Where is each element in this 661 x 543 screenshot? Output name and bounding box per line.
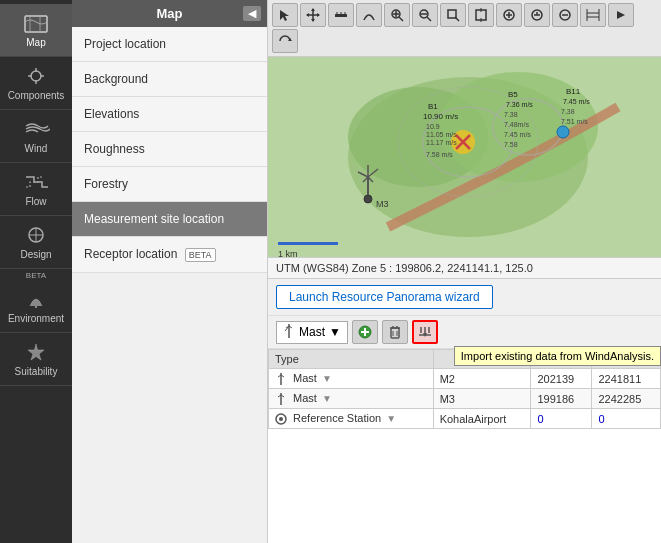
sidebar-item-suitability-label: Suitability	[15, 366, 58, 377]
map-area[interactable]: M3 B1 10.90 m/s 10.9 11.05 m/s 11.17 m/s…	[268, 57, 661, 257]
table-row[interactable]: Mast ▼ M2 202139 2241811	[269, 369, 661, 389]
nav-background[interactable]: Background	[72, 62, 267, 97]
sidebar-item-map[interactable]: Map	[0, 4, 72, 57]
sidebar-item-flow[interactable]: Flow	[0, 163, 72, 216]
nav-project-location-label: Project location	[84, 37, 166, 51]
row2-col4: 2242285	[592, 389, 661, 409]
draw-tool-button[interactable]	[356, 3, 382, 27]
sidebar: Map Components Wind Flow	[0, 0, 72, 543]
svg-text:7.58 m/s: 7.58 m/s	[426, 151, 453, 158]
zoom-box-icon	[446, 8, 460, 22]
zoom-in-icon	[390, 8, 404, 22]
grid-button[interactable]	[580, 3, 606, 27]
row1-dropdown-arrow: ▼	[322, 373, 332, 384]
row2-type-label: Mast	[293, 392, 317, 404]
svg-rect-16	[335, 14, 347, 17]
map-svg: M3 B1 10.90 m/s 10.9 11.05 m/s 11.17 m/s…	[268, 57, 661, 257]
zoom-fit-icon	[474, 8, 488, 22]
map-toolbar	[268, 0, 661, 57]
add-layer-button[interactable]	[496, 3, 522, 27]
svg-text:7.58: 7.58	[504, 141, 518, 148]
middle-header-title: Map	[157, 6, 183, 21]
layer-up-button[interactable]	[524, 3, 550, 27]
zoom-fit-button[interactable]	[468, 3, 494, 27]
svg-line-25	[427, 17, 431, 21]
collapse-button[interactable]: ◀	[243, 6, 261, 21]
arrow-right-button[interactable]	[608, 3, 634, 27]
add-mast-button[interactable]	[352, 320, 378, 344]
sidebar-item-environment[interactable]: Environment	[0, 280, 72, 333]
svg-text:7.48m/s: 7.48m/s	[504, 121, 529, 128]
sidebar-item-components[interactable]: Components	[0, 57, 72, 110]
svg-text:7.38: 7.38	[561, 108, 575, 115]
layer-down-icon	[558, 8, 572, 22]
sidebar-item-components-label: Components	[8, 90, 65, 101]
table-row[interactable]: Mast ▼ M3 199186 2242285	[269, 389, 661, 409]
zoom-out-button[interactable]	[412, 3, 438, 27]
dropdown-arrow-icon: ▼	[329, 325, 341, 339]
svg-point-108	[279, 417, 283, 421]
environment-icon	[22, 288, 50, 310]
refresh-button[interactable]	[272, 29, 298, 53]
row3-dropdown-arrow: ▼	[386, 413, 396, 424]
nav-roughness[interactable]: Roughness	[72, 132, 267, 167]
row1-col4: 2241811	[592, 369, 661, 389]
row1-type: Mast ▼	[269, 369, 434, 389]
nav-elevations[interactable]: Elevations	[72, 97, 267, 132]
pan-icon	[306, 8, 320, 22]
svg-text:M3: M3	[376, 199, 389, 209]
import-data-button[interactable]	[412, 320, 438, 344]
refresh-icon	[278, 34, 292, 48]
svg-text:10.9: 10.9	[426, 123, 440, 130]
nav-receptor-location[interactable]: Receptor location BETA	[72, 237, 267, 273]
zoom-box-button[interactable]	[440, 3, 466, 27]
nav-forestry[interactable]: Forestry	[72, 167, 267, 202]
table-row[interactable]: Reference Station ▼ KohalaAirport 0 0	[269, 409, 661, 429]
svg-point-64	[557, 126, 569, 138]
svg-text:7.45 m/s: 7.45 m/s	[504, 131, 531, 138]
mast-icon	[283, 324, 295, 341]
panorama-wizard-button[interactable]: Launch Resource Panorama wizard	[276, 285, 493, 309]
measure-icon	[334, 8, 348, 22]
row2-dropdown-arrow: ▼	[322, 393, 332, 404]
measure-tool-button[interactable]	[328, 3, 354, 27]
svg-text:7.51 m/s: 7.51 m/s	[561, 118, 588, 125]
svg-text:11.17 m/s: 11.17 m/s	[426, 139, 457, 146]
zoom-in-button[interactable]	[384, 3, 410, 27]
add-icon	[358, 325, 372, 339]
sidebar-item-suitability[interactable]: Suitability	[0, 333, 72, 386]
svg-rect-27	[448, 10, 456, 18]
cursor-icon	[278, 8, 292, 22]
design-icon	[22, 224, 50, 246]
arrow-right-icon	[614, 8, 628, 22]
row3-id: KohalaAirport	[433, 409, 531, 429]
select-tool-button[interactable]	[272, 3, 298, 27]
nav-measurement-site[interactable]: Measurement site location	[72, 202, 267, 237]
nav-elevations-label: Elevations	[84, 107, 139, 121]
sidebar-item-map-label: Map	[26, 37, 45, 48]
svg-text:B5: B5	[508, 90, 518, 99]
sidebar-item-design[interactable]: Design	[0, 216, 72, 269]
mast-label: Mast	[299, 325, 325, 339]
delete-mast-button[interactable]	[382, 320, 408, 344]
mast-row2-icon	[275, 393, 287, 405]
svg-text:11.05 m/s: 11.05 m/s	[426, 131, 457, 138]
nav-project-location[interactable]: Project location	[72, 27, 267, 62]
svg-point-1	[31, 71, 41, 81]
nav-background-label: Background	[84, 72, 148, 86]
svg-rect-90	[391, 328, 399, 338]
sidebar-item-wind-label: Wind	[25, 143, 48, 154]
svg-text:7.38: 7.38	[504, 111, 518, 118]
layer-down-button[interactable]	[552, 3, 578, 27]
map-icon	[22, 12, 50, 34]
flow-icon	[22, 171, 50, 193]
mast-type-selector[interactable]: Mast ▼	[276, 321, 348, 344]
row1-id: M2	[433, 369, 531, 389]
suitability-icon	[22, 341, 50, 363]
middle-panel: Map ◀ Project location Background Elevat…	[72, 0, 268, 543]
sidebar-item-wind[interactable]: Wind	[0, 110, 72, 163]
svg-text:7.36 m/s: 7.36 m/s	[506, 101, 533, 108]
pan-tool-button[interactable]	[300, 3, 326, 27]
coordinates-text: UTM (WGS84) Zone 5 : 199806.2, 2241141.1…	[276, 262, 533, 274]
svg-rect-81	[278, 242, 338, 245]
